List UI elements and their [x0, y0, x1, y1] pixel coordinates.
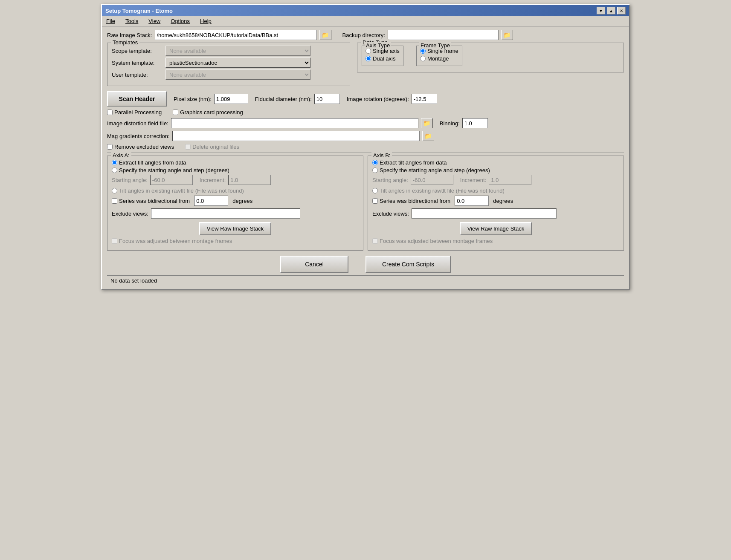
distortion-folder-button[interactable]: 📁: [421, 118, 433, 128]
remove-excluded-checkbox[interactable]: [107, 144, 113, 150]
scope-label: Scope template:: [112, 48, 163, 54]
axis-a-bidi-checkbox[interactable]: [112, 198, 117, 204]
mag-row: Mag gradients correction: 📁: [107, 131, 624, 141]
axis-b-rawtlt-radio[interactable]: [372, 188, 378, 193]
axis-b-starting-input[interactable]: [411, 175, 453, 185]
menu-file[interactable]: File: [104, 17, 118, 25]
user-combo[interactable]: None available: [165, 69, 310, 80]
axis-b-extract-radio[interactable]: [372, 160, 378, 165]
axis-a-view-stack-button[interactable]: View Raw Image Stack: [199, 222, 271, 235]
close-button[interactable]: ✕: [617, 7, 626, 14]
single-frame-label[interactable]: Single frame: [427, 48, 458, 54]
montage-radio[interactable]: [420, 56, 426, 61]
menu-options[interactable]: Options: [168, 17, 192, 25]
axis-a-rawtlt-row: Tilt angles in existing rawtlt file (Fil…: [112, 188, 359, 194]
image-rotation-input[interactable]: [412, 94, 437, 104]
graphics-processing-checkbox-label[interactable]: Graphics card processing: [173, 109, 243, 115]
axis-b-extract-label[interactable]: Extract tilt angles from data: [380, 159, 447, 166]
single-frame-row: Single frame: [420, 48, 458, 54]
axis-b-increment-input[interactable]: [489, 175, 531, 185]
axis-b-extract-row: Extract tilt angles from data: [372, 159, 619, 166]
system-row: System template: plasticSection.adoc: [112, 58, 345, 68]
axis-a-starting-label: Starting angle:: [112, 177, 148, 183]
axis-b-bidi-input[interactable]: [455, 196, 489, 206]
axis-a-bidi-checkbox-label[interactable]: Series was bidirectional from: [112, 198, 190, 204]
axis-a-specify-label[interactable]: Specify the starting angle and step (deg…: [119, 167, 229, 173]
axis-a-increment-input[interactable]: [228, 175, 271, 185]
single-axis-radio[interactable]: [366, 48, 371, 54]
menu-view[interactable]: View: [146, 17, 163, 25]
menu-help[interactable]: Help: [197, 17, 214, 25]
distortion-input[interactable]: [171, 118, 418, 128]
content-area: Raw Image Stack: 📁 Backup directory: 📁 T…: [102, 26, 629, 289]
montage-label[interactable]: Montage: [427, 55, 449, 62]
axis-a-focus-checkbox-label[interactable]: Focus was adjusted between montage frame…: [112, 238, 232, 244]
pixel-size-input[interactable]: [214, 94, 248, 104]
dual-axis-radio[interactable]: [366, 56, 371, 61]
restore-button[interactable]: ▲: [607, 7, 615, 14]
axis-b-specify-row: Specify the starting angle and step (deg…: [372, 167, 619, 173]
status-bar: No data set loaded: [107, 275, 624, 286]
dual-axis-row: Dual axis: [366, 55, 400, 62]
axis-b-specify-label[interactable]: Specify the starting angle and step (deg…: [380, 167, 490, 173]
title-bar-buttons: ▼ ▲ ✕: [597, 7, 626, 14]
axis-b-title: Axis B:: [371, 152, 392, 159]
raw-image-label: Raw Image Stack:: [107, 32, 152, 38]
axis-b-focus-checkbox-label[interactable]: Focus was adjusted between montage frame…: [372, 238, 493, 244]
axis-a-exclude-input[interactable]: [151, 208, 300, 219]
axis-a-extract-radio[interactable]: [112, 160, 117, 165]
axis-b-rawtlt-label[interactable]: Tilt angles in existing rawtlt file (Fil…: [380, 188, 505, 194]
delete-original-checkbox-label[interactable]: Delete original files: [185, 144, 239, 150]
scan-header-button[interactable]: Scan Header: [107, 91, 167, 107]
axis-a-degrees-label: degrees: [232, 198, 252, 204]
parallel-processing-label: Parallel Processing: [114, 109, 162, 115]
axis-type-title: Axis Type: [365, 42, 391, 49]
mag-input[interactable]: [172, 131, 420, 141]
cancel-button[interactable]: Cancel: [280, 256, 348, 273]
axis-b-bidi-checkbox-label[interactable]: Series was bidirectional from: [372, 198, 450, 204]
fiducial-input[interactable]: [314, 94, 340, 104]
axis-a-focus-row: Focus was adjusted between montage frame…: [112, 238, 359, 244]
templates-datatype-row: Templates Scope template: None available…: [107, 43, 624, 89]
axis-a-starting-input[interactable]: [150, 175, 193, 185]
axis-b-specify-radio[interactable]: [372, 167, 378, 173]
graphics-processing-label: Graphics card processing: [180, 109, 243, 115]
axis-b-bidi-label: Series was bidirectional from: [380, 198, 450, 204]
axis-b-view-stack-button[interactable]: View Raw Image Stack: [460, 222, 532, 235]
single-frame-radio[interactable]: [420, 48, 426, 54]
graphics-processing-checkbox[interactable]: [173, 110, 178, 115]
axis-a-focus-checkbox[interactable]: [112, 238, 117, 244]
create-scripts-button[interactable]: Create Com Scripts: [366, 256, 451, 273]
parallel-processing-checkbox[interactable]: [107, 110, 113, 115]
axis-b-exclude-input[interactable]: [412, 208, 557, 219]
axis-a-specify-row: Specify the starting angle and step (deg…: [112, 167, 359, 173]
dual-axis-label[interactable]: Dual axis: [373, 55, 395, 62]
backup-folder-button[interactable]: 📁: [501, 30, 513, 40]
axis-type-group: Axis Type Single axis Dual axis: [362, 46, 403, 66]
axis-a-extract-label[interactable]: Extract tilt angles from data: [119, 159, 186, 166]
axis-a-specify-radio[interactable]: [112, 167, 117, 173]
axis-a-angles-row: Starting angle: Increment:: [112, 175, 359, 185]
raw-image-row: Raw Image Stack: 📁 Backup directory: 📁: [107, 30, 624, 40]
axis-a-rawtlt-label[interactable]: Tilt angles in existing rawtlt file (Fil…: [119, 188, 244, 194]
axis-a-rawtlt-radio[interactable]: [112, 188, 117, 193]
system-combo[interactable]: plasticSection.adoc: [165, 58, 310, 68]
mag-folder-button[interactable]: 📁: [422, 131, 434, 141]
remove-excluded-checkbox-label[interactable]: Remove excluded views: [107, 144, 174, 150]
menu-tools[interactable]: Tools: [123, 17, 141, 25]
axis-b-bidi-checkbox[interactable]: [372, 198, 378, 204]
axis-b-focus-checkbox[interactable]: [372, 238, 378, 244]
distortion-row: Image distortion field file: 📁 Binning:: [107, 118, 624, 128]
delete-original-checkbox[interactable]: [185, 144, 191, 150]
axis-a-bidi-input[interactable]: [194, 196, 228, 206]
minimize-button[interactable]: ▼: [597, 7, 605, 14]
raw-image-input[interactable]: [155, 30, 317, 40]
raw-image-folder-button[interactable]: 📁: [319, 30, 331, 40]
parallel-processing-checkbox-label[interactable]: Parallel Processing: [107, 109, 162, 115]
scope-combo[interactable]: None available: [165, 46, 310, 56]
backup-input[interactable]: [388, 30, 499, 40]
binning-input[interactable]: [462, 118, 488, 128]
remove-excluded-row: Remove excluded views Delete original fi…: [107, 144, 624, 150]
single-axis-label[interactable]: Single axis: [373, 48, 400, 54]
axis-b-starting-label: Starting angle:: [372, 177, 408, 183]
